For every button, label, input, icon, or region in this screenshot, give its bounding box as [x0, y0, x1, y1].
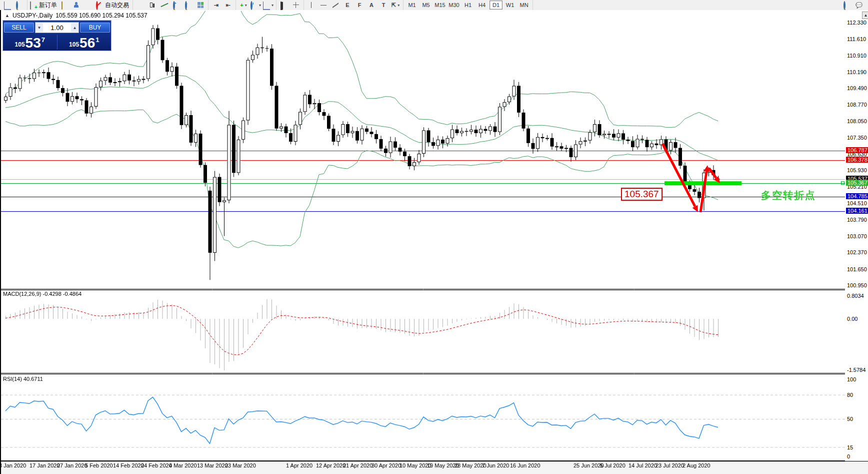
vline-tool-button[interactable]	[306, 0, 317, 10]
price-line-label: 105.367	[846, 180, 868, 186]
autotrade-icon	[96, 2, 103, 8]
buy-button[interactable]: BUY	[80, 23, 110, 33]
channel-tool-button[interactable]: E	[342, 0, 353, 10]
hline-tool-button[interactable]	[318, 0, 329, 10]
sell-button[interactable]: SELL	[4, 23, 34, 33]
price-axis-label: 107.350	[847, 135, 867, 141]
mt4-terminal-window: { "toolbar": { "new_order_label": "新订单",…	[0, 0, 868, 474]
chart-ohlc-values: 105.559 105.690 105.294 105.537	[56, 12, 148, 19]
main-toolbar: + 新订单 自动交易 + - ⇥ ⇤ +▾ ▾ ▾	[0, 0, 868, 11]
metaeditor-button[interactable]	[60, 0, 70, 10]
chart-shift-button[interactable]: ⇤	[222, 0, 234, 10]
auto-scroll-button[interactable]: ⇥	[210, 0, 222, 10]
price-axis-label: 104.510	[847, 200, 867, 206]
indicator-axis-label: 0.8034	[847, 293, 864, 299]
indicator-axis-label: 0	[847, 453, 850, 459]
volume-up-button[interactable]: ▲	[71, 23, 78, 32]
add-indicator-button[interactable]: +▾	[238, 0, 249, 10]
sell-price-point: 7	[42, 36, 45, 44]
candle-chart-button[interactable]	[147, 0, 158, 10]
trendline-tool-button[interactable]	[330, 0, 341, 10]
auto-scroll-icon: ⇥	[214, 2, 218, 9]
zoom-out-button[interactable]: -	[183, 0, 194, 10]
date-axis-label: 17 Jan 2020	[30, 462, 60, 468]
arrows-tool-button[interactable]: ⇱▾	[390, 0, 401, 10]
timeframe-mn[interactable]: MN	[518, 1, 530, 10]
zoom-in-icon: +	[173, 2, 180, 8]
date-axis-label: 25 Jun 2020	[574, 462, 604, 468]
autotrade-button[interactable]: 自动交易	[96, 0, 130, 10]
templates-button[interactable]: ▾	[262, 0, 274, 10]
chart-profiles-icon	[16, 2, 23, 8]
new-order-label: 新订单	[38, 1, 58, 10]
timeframe-m1[interactable]: M1	[406, 1, 418, 10]
chart-profiles-button[interactable]	[14, 0, 25, 10]
new-order-icon: +	[30, 2, 37, 8]
timeframe-d1[interactable]: D1	[490, 1, 502, 10]
chat-button[interactable]: 💬	[854, 0, 864, 10]
date-axis-label: 2 Aug 2020	[682, 462, 710, 468]
date-axis-label: 5 Jul 2020	[600, 462, 626, 468]
fibonacci-tool-button[interactable]: F	[354, 0, 365, 10]
collapse-panel-toggle[interactable]: ▲	[5, 13, 10, 18]
buy-price[interactable]: 105 56 1	[58, 34, 112, 51]
level-price-callout[interactable]: 105.367	[621, 188, 662, 201]
new-order-button[interactable]: + 新订单	[30, 0, 58, 10]
date-axis-label: 23 Mar 2020	[225, 462, 256, 468]
timeframe-m15[interactable]: M15	[434, 1, 446, 10]
price-axis-label: 100.950	[847, 282, 867, 288]
price-axis-label: 112.330	[847, 20, 866, 26]
date-axis-label: 14 Feb 2020	[113, 462, 144, 468]
one-click-trading-panel: SELL ▼ 1.00 ▲ BUY 105 53 7 105 56	[2, 20, 112, 51]
bar-chart-button[interactable]	[135, 0, 146, 10]
timeframe-h1[interactable]: H1	[462, 1, 474, 10]
line-chart-icon	[161, 2, 168, 8]
sell-price-figure: 105	[15, 41, 25, 48]
new-chart-button[interactable]	[2, 0, 13, 10]
text-tool-button[interactable]: A	[366, 0, 377, 10]
indicator-axis-label: 15	[847, 444, 853, 450]
sell-price[interactable]: 105 53 7	[3, 34, 57, 51]
bar-chart-icon	[137, 2, 144, 8]
price-axis-label: 101.650	[847, 266, 867, 272]
price-line-label: 106.378	[846, 157, 868, 163]
tile-windows-icon	[198, 2, 204, 8]
community-button[interactable]	[72, 0, 82, 10]
price-axis-label: 110.190	[847, 69, 866, 75]
volume-value[interactable]: 1.00	[43, 24, 71, 32]
scroll-up-button[interactable]: ▲	[862, 12, 868, 19]
signals-button[interactable]	[84, 0, 94, 10]
user-icon	[74, 2, 80, 8]
turning-point-annotation[interactable]: 多空转折点	[761, 189, 816, 202]
search-button[interactable]	[842, 0, 852, 10]
cursor-icon	[280, 2, 288, 8]
indicator-axis-label: 0.00	[847, 316, 858, 322]
timeframe-m5[interactable]: M5	[420, 1, 432, 10]
timeframe-w1[interactable]: W1	[504, 1, 516, 10]
channel-icon: E	[346, 2, 349, 8]
new-chart-icon	[4, 2, 11, 8]
clock-icon	[250, 2, 258, 8]
chart-shift-icon: ⇤	[226, 2, 230, 9]
volume-down-button[interactable]: ▼	[36, 23, 43, 32]
indicator-axis-label: 80	[847, 392, 853, 398]
line-chart-button[interactable]	[159, 0, 170, 10]
timeframe-h4[interactable]: H4	[476, 1, 488, 10]
indicator-axis-label: 50	[847, 416, 853, 422]
date-axis-label: 14 Jul 2020	[628, 462, 657, 468]
buy-price-pips: 56	[80, 37, 95, 50]
tile-windows-button[interactable]	[195, 0, 206, 10]
text-label-tool-button[interactable]: T	[378, 0, 389, 10]
price-axis-label: 108.770	[847, 102, 867, 108]
zoom-in-button[interactable]: +	[171, 0, 182, 10]
timeframe-m30[interactable]: M30	[448, 1, 460, 10]
periods-button[interactable]: ▾	[250, 0, 262, 10]
price-axis-label: 111.610	[847, 36, 866, 42]
date-axis-label: 8 Jan 2020	[0, 462, 26, 468]
price-axis-label: 105.930	[847, 167, 867, 173]
main-chart-canvas[interactable]	[1, 10, 845, 474]
crosshair-tool-button[interactable]	[290, 0, 302, 10]
timeframe-toolbar: M1M5M15M30H1H4D1W1MN	[404, 0, 533, 10]
cursor-tool-button[interactable]	[278, 0, 290, 10]
chat-icon: 💬	[856, 2, 862, 9]
